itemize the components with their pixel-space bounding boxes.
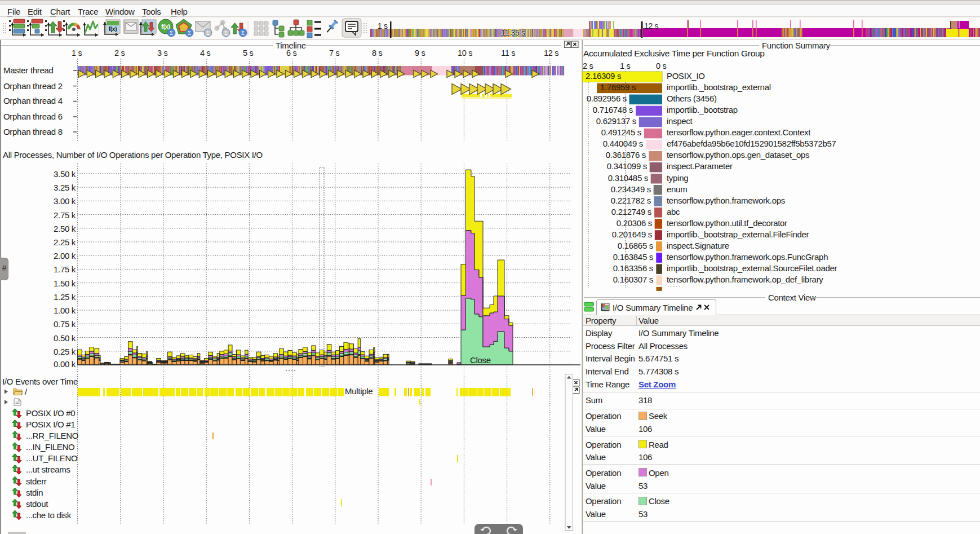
svg-text:Multiple: Multiple (345, 386, 373, 396)
